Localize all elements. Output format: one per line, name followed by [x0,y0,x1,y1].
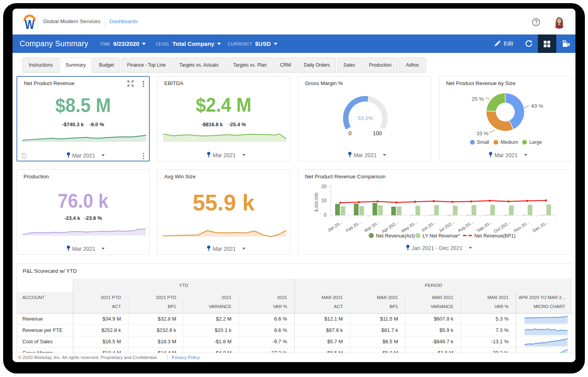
svg-text:Net Revenue(BP1): Net Revenue(BP1) [474,233,515,239]
svg-text:Nov 20...: Nov 20... [513,220,530,233]
svg-text:LY Net Revenue*: LY Net Revenue* [423,233,460,239]
svg-text:W: W [25,17,34,31]
svg-text:Net Revenue(Act): Net Revenue(Act) [376,233,415,239]
svg-text:Aug 20...: Aug 20... [457,220,474,233]
svg-text:Jan 20...: Jan 20... [327,220,343,233]
svg-text:43 %: 43 % [531,103,543,109]
svg-text:Mar 20...: Mar 20... [363,220,380,233]
svg-text:20: 20 [321,184,327,189]
svg-text:33 %: 33 % [476,130,488,136]
svg-text:Dec 20...: Dec 20... [532,220,549,233]
svg-text:10: 10 [321,198,327,203]
svg-text:0: 0 [324,212,327,218]
svg-text:Jun 20...: Jun 20... [420,220,437,233]
svg-text:25 %: 25 % [472,96,484,102]
svg-text:Feb 20...: Feb 20... [345,220,362,233]
svg-text:Sep 20...: Sep 20... [476,220,493,233]
svg-text:May 20...: May 20... [401,220,418,234]
svg-text:$,000,000: $,000,000 [314,193,319,212]
svg-text:Oct 202...: Oct 202... [493,220,512,234]
svg-text:53.2%: 53.2% [358,115,373,121]
svg-text:Jul 202...: Jul 202... [438,220,455,233]
svg-text:Apr 202...: Apr 202... [381,220,399,234]
